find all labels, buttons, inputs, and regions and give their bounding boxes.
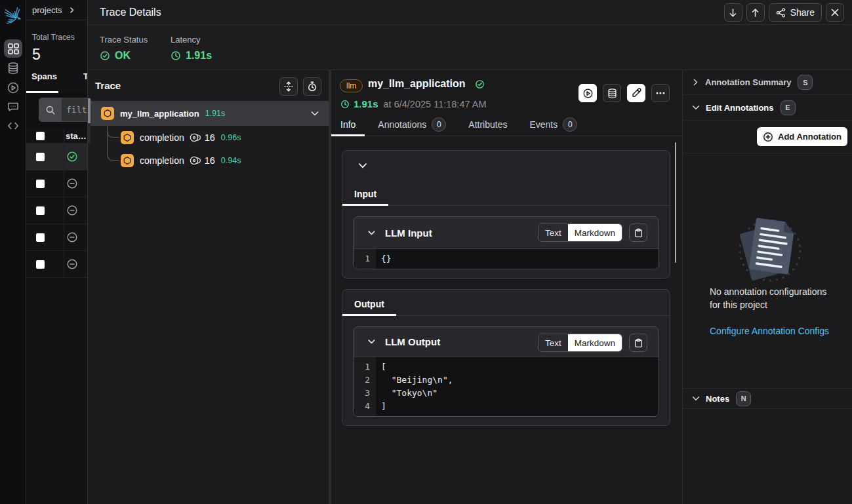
span-meta: 1.91s at 6/4/2025 11:18:47 AM <box>340 98 486 109</box>
chevron-down-icon[interactable] <box>367 337 376 347</box>
row-checkbox[interactable] <box>36 153 45 161</box>
span-name: my_llm_application <box>120 109 199 119</box>
shortcut-badge: S <box>798 75 813 90</box>
notes-section-header[interactable]: Notes N <box>683 388 852 409</box>
table-row[interactable] <box>26 224 87 251</box>
select-all-checkbox[interactable] <box>36 132 45 140</box>
span-header: llm my_llm_application 1.91s at 6/4/2025… <box>331 70 682 118</box>
tree-row-child-span[interactable]: completion 16 0.96s <box>88 126 329 149</box>
dialog-header: Trace Details <box>88 0 852 25</box>
tab-traces[interactable]: Traces <box>78 69 87 93</box>
span-tabs: Info Annotations 0 Attributes Events 0 <box>331 118 682 136</box>
scrollbar-thumb[interactable] <box>675 142 676 263</box>
tree-row-child-span[interactable]: completion 16 0.94s <box>88 149 329 172</box>
tree-row-root-span[interactable]: my_llm_application 1.91s <box>88 101 329 126</box>
tab-events[interactable]: Events 0 <box>520 118 586 136</box>
tab-info[interactable]: Info <box>331 118 365 136</box>
table-row[interactable] <box>26 197 87 224</box>
table-row[interactable] <box>26 170 87 197</box>
latency-stat: Latency 1.91s <box>171 35 230 69</box>
chevron-down-icon[interactable] <box>367 228 376 238</box>
span-name: completion <box>140 132 184 143</box>
code-line: 3 "Tokyo\n" <box>354 387 659 400</box>
documents-illustration <box>734 214 807 286</box>
close-icon <box>830 8 840 17</box>
column-divider <box>64 170 64 197</box>
collapse-section-button[interactable] <box>357 160 369 172</box>
next-trace-button[interactable] <box>746 3 765 22</box>
llm-output-header: LLM Output Text Markdown <box>354 327 659 357</box>
replay-button[interactable] <box>578 84 597 102</box>
dialog-title: Trace Details <box>100 7 161 18</box>
clipboard-icon <box>634 228 643 238</box>
toggle-markdown-option[interactable]: Markdown <box>568 224 622 241</box>
share-button[interactable]: Share <box>769 3 822 22</box>
chat-icon <box>7 100 20 113</box>
chevron-down-icon <box>691 394 700 403</box>
latency-toggle-button[interactable] <box>303 77 321 96</box>
column-divider <box>64 144 64 170</box>
edit-annotations-section-header[interactable]: Edit Annotations E <box>683 95 852 121</box>
code-line: 4 ] <box>354 400 659 413</box>
row-checkbox[interactable] <box>36 180 45 188</box>
io-controls: Text Markdown <box>538 334 647 352</box>
annotation-summary-label: Annotation Summary <box>705 77 791 87</box>
scrollbar-thumb[interactable] <box>88 98 91 123</box>
play-circle-icon <box>582 88 594 99</box>
toggle-text-option[interactable]: Text <box>538 334 568 351</box>
nav-prompts-button[interactable] <box>4 98 22 116</box>
add-to-dataset-button[interactable] <box>603 84 621 102</box>
nav-datasets-button[interactable] <box>4 59 22 77</box>
close-button[interactable] <box>826 3 844 22</box>
latency-label: Latency <box>171 35 230 45</box>
phoenix-logo[interactable] <box>4 6 22 24</box>
llm-input-title: LLM Input <box>385 227 432 239</box>
status-column-header[interactable]: status <box>66 131 87 141</box>
output-card-tabs: Output <box>342 290 670 316</box>
llm-output-card: LLM Output Text Markdown <box>353 326 659 417</box>
nav-playground-button[interactable] <box>4 79 22 97</box>
column-divider <box>64 251 64 277</box>
tab-spans[interactable]: Spans <box>26 69 58 93</box>
tab-output[interactable]: Output <box>342 290 396 315</box>
edit-annotation-button[interactable] <box>627 84 645 102</box>
token-count: 16 <box>205 155 215 166</box>
toggle-markdown-option[interactable]: Markdown <box>568 334 622 351</box>
table-row[interactable] <box>26 251 87 278</box>
copy-button[interactable] <box>629 334 647 352</box>
row-checkbox[interactable] <box>36 260 45 269</box>
toggle-text-option[interactable]: Text <box>538 224 568 241</box>
tab-attributes[interactable]: Attributes <box>459 118 516 136</box>
text-markdown-toggle: Text Markdown <box>538 223 622 242</box>
chevron-down-icon[interactable] <box>310 108 320 119</box>
copy-button[interactable] <box>629 223 647 242</box>
shortcut-badge: N <box>736 391 751 406</box>
expand-collapse-all-button[interactable] <box>279 77 298 96</box>
arrow-up-icon <box>750 8 760 18</box>
previous-trace-button[interactable] <box>724 3 742 22</box>
llm-input-code: 1 {} <box>354 248 659 269</box>
row-checkbox[interactable] <box>36 206 45 215</box>
breadcrumb-projects[interactable]: projects <box>32 5 62 15</box>
trace-status-label: Trace Status <box>100 35 159 45</box>
configure-annotation-configs-link[interactable]: Configure Annotation Configs <box>710 326 829 336</box>
span-latency: 1.91s <box>354 98 378 109</box>
nav-projects-button[interactable] <box>4 39 22 58</box>
total-traces-value: 5 <box>32 46 75 64</box>
tab-input[interactable]: Input <box>342 180 388 205</box>
chevron-down-icon <box>691 103 700 112</box>
tab-annotations[interactable]: Annotations 0 <box>369 118 455 136</box>
nav-apis-button[interactable] <box>4 117 22 135</box>
chevron-right-icon <box>69 7 75 13</box>
code-line: 1 {} <box>354 249 659 269</box>
span-filter-input[interactable]: filter <box>39 98 87 122</box>
annotation-summary-section-header[interactable]: Annotation Summary S <box>683 70 852 95</box>
database-icon <box>607 88 618 99</box>
projects-panel: projects Total Traces 5 Spans Traces fil… <box>26 0 87 504</box>
row-checkbox[interactable] <box>36 233 45 242</box>
edit-annotations-label: Edit Annotations <box>706 103 774 113</box>
trace-tree-panel: Trace <box>88 70 329 504</box>
more-actions-button[interactable] <box>651 84 670 102</box>
add-annotation-button[interactable]: Add Annotation <box>757 127 847 146</box>
table-row[interactable] <box>26 144 87 170</box>
